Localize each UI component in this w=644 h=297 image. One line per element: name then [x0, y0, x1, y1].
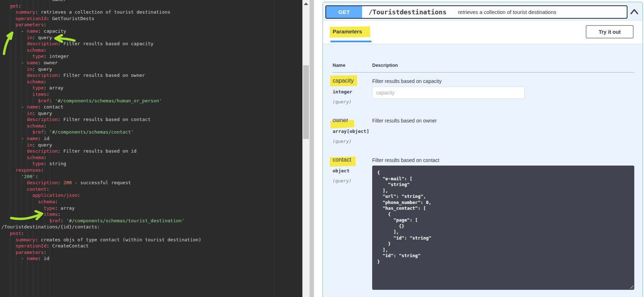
operation-path: /Touristdestinations — [369, 8, 447, 16]
code-line: description: Filter results based on own… — [1, 72, 201, 79]
parameters-table-header: Name Description — [333, 44, 634, 73]
editor-code[interactable]: owner get: summary: retrieves a collecti… — [1, 0, 201, 262]
code-line: in: query — [1, 34, 201, 41]
code-line: type: integer — [1, 53, 201, 60]
operation-section-header: Parameters Try it out — [323, 20, 643, 44]
try-it-out-button[interactable]: Try it out — [586, 25, 634, 38]
code-line: $ref: '#/components/schemas/human_or_per… — [1, 98, 201, 104]
code-line: in: query — [1, 110, 201, 117]
code-line: $ref: '#/components/schemas/tourist_dest… — [1, 218, 201, 224]
code-line: - name: id — [1, 135, 201, 142]
parameter-description: Filter results based on contact — [372, 157, 634, 163]
parameter-description: Filter results based on capacity — [372, 78, 634, 84]
code-line: - name: owner — [1, 60, 201, 66]
code-line: $ref: '#/components/schemas/contact' — [1, 129, 201, 135]
editor-scrollbar-thumb[interactable] — [303, 65, 309, 139]
http-method-badge: GET — [326, 6, 362, 18]
parameter-name: capacity — [333, 78, 354, 84]
code-line: description: Filter results based on id — [1, 148, 201, 154]
chevron-up-icon — [630, 9, 639, 14]
code-line: schema: — [1, 154, 201, 161]
code-line: type: string — [1, 161, 201, 167]
code-line: '200': — [1, 173, 201, 180]
parameter-description: Filter results based on owner — [372, 117, 634, 124]
parameters-tab-underline — [330, 41, 371, 42]
code-line: summary: retrieves a collection of touri… — [1, 9, 201, 15]
code-line: schema: — [1, 79, 201, 85]
code-line: schema: — [1, 123, 201, 129]
code-line: description: Filter results based on cap… — [1, 41, 201, 47]
parameter-type: integer — [333, 89, 372, 94]
parameters-table-body: capacityinteger(query)Filter results bas… — [333, 73, 634, 290]
parameter-location: (query) — [333, 139, 372, 144]
code-line: content: — [1, 186, 201, 192]
code-line: parameters: — [1, 22, 201, 28]
code-line: type: array — [1, 205, 201, 212]
collapse-operation-button[interactable] — [629, 7, 639, 16]
operation-summary-bar[interactable]: GET /Touristdestinations retrieves a col… — [325, 5, 627, 19]
code-line: get: — [1, 3, 201, 9]
code-line: in: query — [1, 142, 201, 148]
capacity-input[interactable] — [372, 87, 525, 99]
code-line: type: array — [1, 85, 201, 91]
parameter-row-capacity: capacityinteger(query)Filter results bas… — [333, 73, 634, 105]
code-line: - name: capacity — [1, 28, 201, 34]
parameters-section-body: Name Description capacityinteger(query)F… — [323, 44, 643, 297]
code-line: in: query — [1, 66, 201, 73]
parameter-name: contact — [333, 157, 351, 163]
contact-json-textarea[interactable] — [372, 166, 634, 290]
parameter-type: object — [333, 168, 372, 173]
code-line: items: — [1, 91, 201, 98]
code-line: responses: — [1, 167, 201, 173]
code-line: schema: — [1, 47, 201, 54]
get-operation-block: GET /Touristdestinations retrieves a col… — [323, 2, 643, 297]
scroll-up-arrow-icon[interactable] — [304, 3, 308, 5]
code-line: items: — [1, 211, 201, 218]
code-line: description: 200 - successful request — [1, 180, 201, 186]
parameter-row-contact: contactobject(query)Filter results based… — [333, 152, 634, 290]
name-column-header: Name — [333, 62, 372, 68]
code-line: - name: contact — [1, 104, 201, 110]
code-line: post: — [1, 230, 201, 237]
code-line: description: Filter results based on con… — [1, 116, 201, 123]
editor-scrollbar[interactable] — [302, 0, 310, 297]
code-line: application/json: — [1, 192, 201, 199]
swagger-ui-preview-pane: GET /Touristdestinations retrieves a col… — [314, 0, 644, 297]
parameter-location: (query) — [333, 99, 372, 105]
code-line: operationId: CreateContact — [1, 243, 201, 249]
code-line: operationId: GetTouristDests — [1, 15, 201, 22]
parameter-name: owner — [333, 117, 348, 124]
code-line: summary: creates objs of type contact (w… — [1, 237, 201, 243]
pane-divider[interactable] — [310, 0, 314, 297]
parameter-type: array[object] — [333, 129, 372, 134]
parameters-title: Parameters — [333, 28, 362, 34]
parameter-location: (query) — [333, 178, 372, 184]
code-line: schema: — [1, 199, 201, 205]
code-line: parameters: — [1, 249, 201, 256]
yaml-editor-pane[interactable]: owner get: summary: retrieves a collecti… — [0, 0, 302, 297]
description-column-header: Description — [372, 62, 398, 68]
operation-summary-text: retrieves a collection of tourist destin… — [458, 9, 556, 15]
code-line: - name: id — [1, 255, 201, 262]
code-line: owner — [1, 0, 201, 3]
parameter-row-owner: ownerarray[object](query)Filter results … — [333, 112, 634, 144]
code-line: /Touristdestinations/{id}/contacts: — [1, 224, 201, 230]
